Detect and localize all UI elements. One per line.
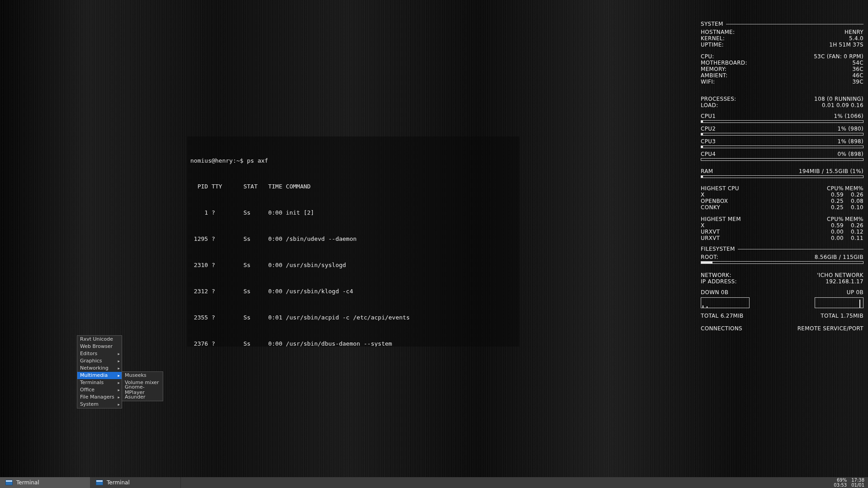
- down-total: TOTAL 6.27MIB: [701, 313, 744, 319]
- uptime-label: UPTIME:: [701, 42, 724, 48]
- terminal-icon: [5, 480, 13, 485]
- menu-item-label: Graphics: [80, 358, 102, 364]
- menu-item-browser[interactable]: Web Browser: [77, 343, 122, 350]
- memtemp-label: MEMORY:: [701, 66, 726, 72]
- taskbar-spacer: [181, 477, 830, 488]
- root-value: 8.56GIB / 115GIB: [815, 254, 863, 260]
- cpu1-bar: [701, 120, 863, 123]
- menu-item-label: Editors: [80, 351, 97, 357]
- menu-item-rxvt[interactable]: Rxvt Unicode: [77, 336, 122, 343]
- net-value: 'ICHO NETWORK: [817, 272, 863, 278]
- menu-item-office[interactable]: Office: [77, 386, 122, 394]
- menu-item-label: Networking: [80, 366, 108, 371]
- load-label: LOAD:: [701, 102, 718, 108]
- menu-item-editors[interactable]: Editors: [77, 350, 122, 357]
- cputemp-label: CPU:: [701, 53, 714, 60]
- terminal-prompt: nomius@henry:~$: [190, 157, 247, 164]
- clock-date: 01/01: [851, 483, 864, 488]
- context-menu[interactable]: Rxvt Unicode Web Browser Editors Graphic…: [77, 335, 122, 408]
- ram-bar: [701, 175, 863, 178]
- mbtemp-label: MOTHERBOARD:: [701, 60, 747, 66]
- himem-name: URXVT: [701, 235, 824, 241]
- hicpu-b: 0.08: [844, 198, 863, 204]
- himem-b: 0.11: [844, 235, 863, 241]
- taskbar-task-terminal-1[interactable]: Terminal: [0, 477, 90, 488]
- himem-label: HIGHEST MEM: [701, 216, 824, 222]
- conn-value: REMOTE SERVICE/PORT: [797, 325, 863, 332]
- ps-row: 2355 ? Ss 0:01 /usr/sbin/acpid -c /etc/a…: [190, 313, 516, 322]
- terminal-icon: [96, 480, 103, 485]
- submenu-item-museeks[interactable]: Museeks: [122, 372, 163, 379]
- hicpu-b: 0.10: [844, 204, 863, 211]
- menu-item-networking[interactable]: Networking: [77, 365, 122, 372]
- hicpu-name: CONKY: [701, 204, 824, 211]
- himem-a: 0.59: [824, 222, 844, 229]
- taskbar-task-terminal-2[interactable]: Terminal: [90, 477, 181, 488]
- cpu1-label: CPU1: [701, 113, 716, 119]
- menu-item-filemanagers[interactable]: File Managers: [77, 394, 122, 401]
- hicpu-h2: MEM%: [844, 185, 863, 192]
- hicpu-label: HIGHEST CPU: [701, 185, 824, 192]
- himem-name: URXVT: [701, 229, 824, 235]
- section-system: SYSTEM: [701, 21, 723, 27]
- down-label: DOWN 0B: [701, 289, 728, 296]
- himem-a: 0.00: [824, 229, 844, 235]
- cpu2-value: 1% (980): [837, 126, 863, 132]
- ip-value: 192.168.1.17: [826, 278, 863, 285]
- ambtemp-label: AMBIENT:: [701, 72, 727, 79]
- cpu4-bar: [701, 158, 863, 161]
- himem-name: X: [701, 222, 824, 229]
- ps-row: 2310 ? Ss 0:00 /usr/sbin/syslogd: [190, 261, 516, 269]
- memtemp-value: 36C: [852, 66, 863, 72]
- himem-a: 0.00: [824, 235, 844, 241]
- menu-item-label: File Managers: [80, 394, 114, 400]
- up-graph: [815, 297, 863, 308]
- hicpu-h1: CPU%: [824, 185, 844, 192]
- hostname-label: HOSTNAME:: [701, 29, 735, 35]
- proc-value: 108 (0 RUNNING): [814, 96, 863, 102]
- load-value: 0.01 0.09 0.16: [822, 102, 863, 108]
- ip-label: IP ADDRESS:: [701, 278, 737, 285]
- root-label: ROOT:: [701, 254, 718, 260]
- cpu2-label: CPU2: [701, 126, 716, 132]
- wifitemp-value: 39C: [852, 79, 863, 85]
- cputemp-value: 53C (FAN: 0 RPM): [814, 53, 863, 60]
- system-tray[interactable]: 69% 03:53 17:38 01/01: [830, 477, 868, 488]
- ambtemp-value: 46C: [852, 72, 863, 79]
- menu-item-multimedia[interactable]: Multimedia: [77, 372, 122, 379]
- hicpu-name: X: [701, 192, 824, 198]
- cpu4-value: 0% (898): [837, 151, 863, 157]
- rule-icon: [726, 24, 863, 24]
- submenu-item-gnome-mplayer[interactable]: Gnome-MPlayer: [122, 386, 163, 394]
- hicpu-a: 0.25: [824, 204, 844, 211]
- root-bar: [701, 261, 863, 264]
- hostname-value: HENRY: [844, 29, 863, 35]
- context-submenu-multimedia[interactable]: Museeks Volume mixer Gnome-MPlayer Asund…: [122, 371, 163, 401]
- kernel-value: 5.4.0: [849, 35, 863, 42]
- task-label: Terminal: [16, 479, 39, 486]
- cpu3-label: CPU3: [701, 138, 716, 145]
- cpu3-value: 1% (898): [837, 138, 863, 145]
- menu-item-system[interactable]: System: [77, 401, 122, 408]
- clock-time: 17:38: [851, 478, 864, 483]
- cpu4-label: CPU4: [701, 151, 716, 157]
- taskbar[interactable]: Terminal Terminal 69% 03:53 17:38 01/01: [0, 477, 868, 488]
- terminal-window[interactable]: nomius@henry:~$ ps axf PID TTY STAT TIME…: [187, 136, 519, 347]
- himem-h2: MEM%: [844, 216, 863, 222]
- menu-item-label: System: [80, 402, 99, 407]
- terminal-prompt-line: nomius@henry:~$ ps axf: [190, 156, 516, 165]
- himem-h1: CPU%: [824, 216, 844, 222]
- up-total: TOTAL 1.75MIB: [821, 313, 863, 319]
- hicpu-a: 0.25: [824, 198, 844, 204]
- himem-b: 0.26: [844, 222, 863, 229]
- menu-item-label: Multimedia: [80, 373, 108, 378]
- mbtemp-value: 54C: [852, 60, 863, 66]
- task-label: Terminal: [107, 479, 130, 486]
- menu-item-graphics[interactable]: Graphics: [77, 357, 122, 365]
- ps-row: 1295 ? Ss 0:00 /sbin/udevd --daemon: [190, 235, 516, 243]
- uptime-value: 1H 51M 37S: [829, 42, 863, 48]
- menu-item-terminals[interactable]: Terminals: [77, 379, 122, 386]
- ram-value: 194MIB / 15.5GIB (1%): [799, 168, 863, 174]
- ps-row: 2376 ? Ss 0:00 /usr/sbin/dbus-daemon --s…: [190, 339, 516, 347]
- hicpu-a: 0.59: [824, 192, 844, 198]
